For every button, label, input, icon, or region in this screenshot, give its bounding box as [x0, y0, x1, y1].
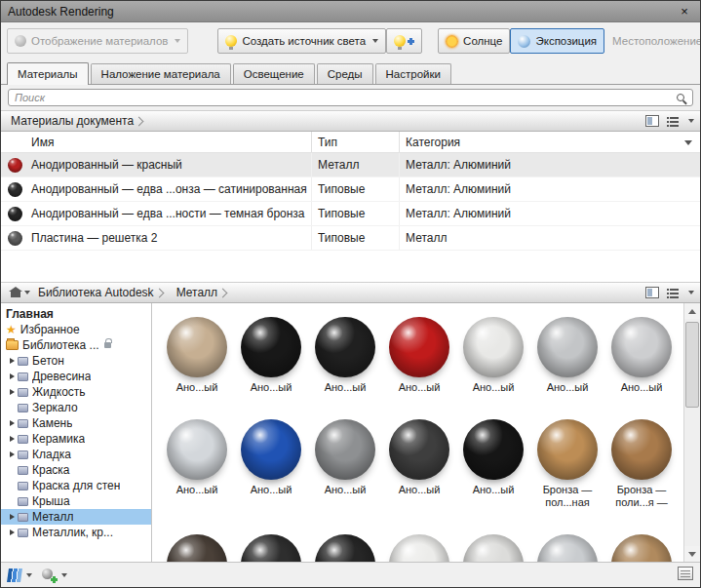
material-tile[interactable]: Ано...ый — [160, 309, 234, 394]
thumbnail-view-icon[interactable] — [645, 115, 659, 127]
tab[interactable]: Наложение материала — [91, 63, 231, 84]
table-row[interactable]: Анодированный — едва ...онза — сатиниров… — [1, 177, 700, 202]
lightbulb-icon — [225, 35, 237, 47]
material-tile-label: Ано...ый — [251, 484, 292, 496]
scrollbar-thumb[interactable] — [685, 322, 699, 408]
material-icon-cell — [1, 207, 28, 221]
category-label: Металл — [32, 510, 73, 524]
tree-category-item[interactable]: Кладка — [1, 447, 151, 462]
material-tile[interactable]: Ано...ый — [456, 309, 530, 394]
material-tile[interactable] — [604, 527, 679, 562]
tree-category-item[interactable]: Крыша — [1, 493, 151, 509]
expand-arrow-icon[interactable] — [10, 389, 15, 395]
material-tile[interactable] — [456, 527, 530, 562]
materials-display-button[interactable]: Отображение материалов — [7, 28, 188, 54]
material-category: Металл: Алюминий — [399, 153, 700, 176]
tree-category-item[interactable]: Жидкость — [1, 384, 151, 400]
expand-arrow-icon[interactable] — [10, 436, 15, 442]
tree-category-item[interactable]: Древесина — [1, 369, 151, 384]
material-tile[interactable] — [530, 527, 604, 562]
library-panel-toggle-icon[interactable] — [678, 567, 693, 580]
material-tile[interactable] — [308, 527, 382, 562]
material-tile[interactable]: Ано...ый — [382, 412, 456, 509]
list-view-icon[interactable] — [666, 115, 680, 127]
material-tile[interactable]: Ано...ый — [234, 309, 308, 394]
breadcrumb-document-materials[interactable]: Материалы документа — [7, 111, 152, 131]
material-tile[interactable]: Ано...ый — [604, 309, 679, 394]
expand-arrow-icon[interactable] — [10, 451, 15, 457]
toolbar: Отображение материалов Создать источник … — [1, 22, 700, 59]
search-icon[interactable] — [677, 94, 684, 101]
scroll-up-button[interactable] — [684, 303, 700, 319]
expand-arrow-icon[interactable] — [10, 358, 15, 364]
tree-category-item[interactable]: Бетон — [1, 353, 151, 369]
location-button[interactable]: Местоположение — [604, 28, 701, 54]
category-icon — [18, 388, 28, 397]
material-tile[interactable]: Ано...ый — [456, 412, 530, 509]
list-view-icon[interactable] — [666, 287, 680, 298]
material-tile[interactable]: Ано...ый — [382, 309, 456, 394]
material-tile[interactable]: Ано...ый — [308, 309, 382, 394]
create-light-label: Создать источник света — [242, 35, 366, 47]
chevron-down-icon — [61, 573, 67, 577]
material-tile[interactable]: Ано...ый — [308, 412, 382, 509]
material-tile[interactable]: Бронза — поли...я — — [604, 412, 679, 509]
tree-item-library-root[interactable]: Библиотека ... — [1, 337, 151, 353]
material-tile[interactable]: Ано...ый — [530, 309, 604, 394]
exposure-button[interactable]: Экспозиция — [510, 28, 604, 54]
type-column-header[interactable]: Тип — [311, 132, 399, 152]
tree-category-item[interactable]: Краска — [1, 462, 151, 478]
column-options-icon[interactable] — [684, 140, 692, 145]
material-tile[interactable] — [234, 527, 308, 562]
table-row[interactable]: Пластина — решетка 2 Типовые Металл — [1, 226, 700, 251]
material-tile[interactable]: Бронза — пол...ная — [530, 412, 604, 509]
window-title: Autodesk Rendering — [8, 5, 676, 19]
expand-arrow-icon[interactable] — [10, 529, 15, 535]
material-tile-label: Ано...ый — [325, 484, 367, 496]
category-label: Бетон — [32, 354, 64, 368]
tab[interactable]: Материалы — [7, 62, 89, 85]
material-tile[interactable]: Ано...ый — [160, 412, 234, 509]
tree-category-item[interactable]: Металлик, кр... — [1, 525, 151, 540]
thumbnail-view-icon[interactable] — [645, 287, 659, 298]
tab[interactable]: Освещение — [233, 63, 315, 84]
material-tile[interactable]: Ано...ый — [234, 412, 308, 509]
search-input[interactable] — [8, 89, 693, 106]
tree-category-item[interactable]: Краска для стен — [1, 478, 151, 493]
expand-arrow-icon[interactable] — [10, 373, 15, 379]
place-light-button[interactable] — [386, 28, 422, 54]
material-tile[interactable] — [382, 527, 456, 562]
tab[interactable]: Среды — [317, 63, 373, 84]
tree-category-item[interactable]: Камень — [1, 415, 151, 431]
category-column-header[interactable]: Категория — [399, 132, 700, 152]
manage-library-button[interactable] — [8, 568, 32, 582]
breadcrumb-library[interactable]: Библиотека Autodesk — [34, 283, 173, 302]
table-row[interactable]: Анодированный — едва ...ности — темная б… — [1, 202, 700, 226]
tab[interactable]: Настройки — [375, 63, 451, 84]
library-breadcrumb-bar: Библиотека Autodesk Металл — [1, 282, 700, 303]
scroll-down-button[interactable] — [684, 546, 700, 562]
table-row[interactable]: Анодированный — красный Металл Металл: А… — [1, 153, 700, 177]
close-icon[interactable]: × — [676, 4, 693, 19]
tree-category-item[interactable]: Металл — [1, 509, 151, 525]
breadcrumb-metal[interactable]: Металл — [173, 283, 236, 302]
name-column-header[interactable]: Имя — [28, 136, 311, 149]
chevron-down-icon[interactable] — [688, 119, 694, 123]
chevron-down-icon[interactable] — [688, 291, 694, 294]
create-material-button[interactable] — [42, 568, 67, 582]
sun-button[interactable]: Солнце — [438, 28, 510, 54]
material-type: Металл — [311, 153, 399, 176]
material-tile[interactable] — [160, 527, 234, 562]
tree-category-item[interactable]: Зеркало — [1, 400, 151, 415]
expand-arrow-icon[interactable] — [10, 420, 15, 426]
arrow-down-icon — [688, 552, 696, 557]
expand-arrow-icon[interactable] — [10, 514, 15, 520]
tree-category-item[interactable]: Керамика — [1, 431, 151, 447]
create-light-button[interactable]: Создать источник света — [217, 28, 386, 54]
tree-item-favorites[interactable]: ★ Избранное — [1, 322, 151, 337]
tree-item-home[interactable]: Главная — [1, 306, 151, 322]
library-panel: Главная ★ Избранное Библиотека ... Бетон — [1, 303, 700, 562]
vertical-scrollbar[interactable] — [683, 303, 700, 562]
home-crumb[interactable] — [7, 283, 34, 302]
material-tile-label: Бронза — пол...ная — [531, 484, 604, 509]
